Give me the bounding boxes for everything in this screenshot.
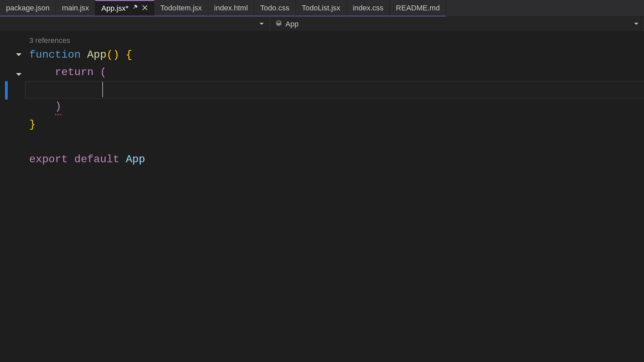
code-line (29, 133, 145, 151)
token-keyword: return (55, 64, 94, 81)
code-line: export default App (29, 151, 145, 168)
token-paren: ( (106, 47, 113, 63)
tab-package-json[interactable]: package.json (0, 0, 56, 16)
tab-app-jsx[interactable]: App.jsx* (95, 0, 154, 16)
fold-toggle[interactable] (15, 71, 22, 78)
token-paren: ) (55, 98, 61, 117)
codelens-references[interactable]: 3 references (29, 35, 70, 46)
code-line (29, 81, 145, 99)
tab-label: Todo.css (260, 4, 289, 12)
chevron-down-icon (259, 20, 264, 28)
token-brace: } (29, 116, 36, 133)
tab-todolist-jsx[interactable]: TodoList.jsx (296, 0, 347, 16)
code-body[interactable]: 3 references function App() { return ( )… (25, 32, 644, 362)
tab-label: TodoItem.jsx (160, 4, 202, 12)
token-keyword: function (29, 47, 81, 63)
gutter (0, 32, 25, 362)
tab-todo-css[interactable]: Todo.css (254, 0, 296, 16)
token-keyword: default (74, 151, 119, 168)
fold-toggle[interactable] (15, 51, 22, 58)
code-editor[interactable]: 3 references function App() { return ( )… (0, 32, 644, 362)
change-indicator (5, 81, 8, 100)
chevron-down-icon (634, 20, 639, 28)
tab-label: index.css (353, 4, 384, 12)
token-identifier: App (126, 151, 145, 168)
tab-main-jsx[interactable]: main.jsx (56, 0, 96, 16)
tab-index-css[interactable]: index.css (347, 0, 390, 16)
code-line: function App() { (29, 46, 145, 64)
code-content: function App() { return ( ) } export def… (29, 46, 145, 168)
tab-label: main.jsx (62, 4, 89, 12)
tab-label: App.jsx* (101, 4, 128, 13)
code-line: ) (29, 99, 145, 116)
tab-readme-md[interactable]: README.md (390, 0, 446, 16)
tab-label: package.json (6, 4, 50, 12)
close-icon[interactable] (142, 4, 148, 13)
pin-icon[interactable] (132, 4, 139, 13)
token-brace: { (126, 47, 132, 63)
breadcrumb-scope-dropdown[interactable] (0, 17, 270, 31)
token-keyword: export (29, 151, 68, 168)
code-line: return ( (29, 64, 145, 81)
tab-bar: package.json main.jsx App.jsx* TodoItem.… (0, 0, 644, 17)
tab-label: index.html (214, 4, 248, 12)
tab-label: TodoList.jsx (302, 4, 340, 12)
breadcrumb-symbol-label: App (285, 20, 299, 28)
breadcrumb-symbol-dropdown[interactable]: App (270, 17, 644, 31)
tab-todoitem-jsx[interactable]: TodoItem.jsx (154, 0, 208, 16)
breadcrumb-bar: App (0, 17, 644, 32)
tab-label: README.md (396, 4, 440, 12)
token-paren: ) (113, 47, 119, 63)
tab-index-html[interactable]: index.html (208, 0, 254, 16)
module-icon (275, 20, 282, 28)
token-function-name: App (87, 47, 107, 63)
code-line: } (29, 116, 145, 133)
token-paren: ( (100, 64, 106, 81)
